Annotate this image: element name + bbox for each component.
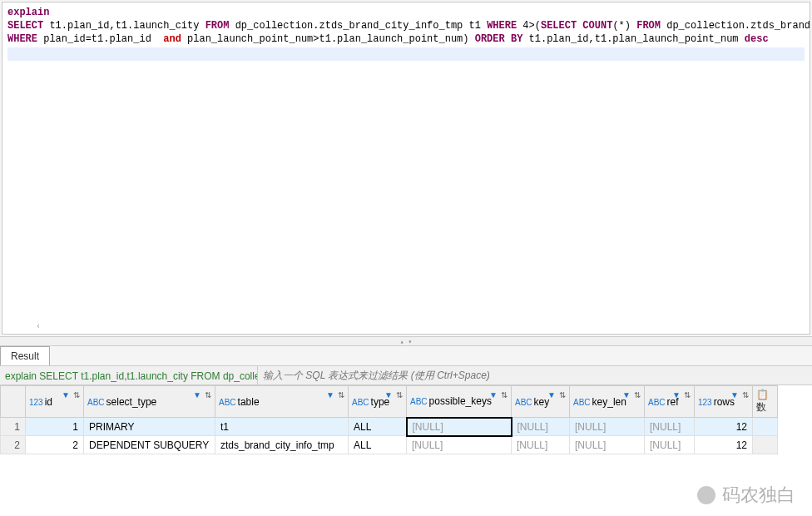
grid-icon: 📋: [756, 389, 769, 400]
col-id[interactable]: 123id▼⇅: [26, 386, 84, 418]
sort-icon[interactable]: ⇅: [338, 390, 344, 399]
text-type-icon: ABC: [219, 398, 236, 407]
kw-from: FROM: [205, 20, 230, 32]
kw-select: SELECT: [7, 20, 43, 32]
filter-icon[interactable]: ▼: [730, 390, 739, 399]
row-number: 1: [1, 418, 26, 436]
cell-select-type[interactable]: PRIMARY: [84, 418, 215, 436]
op-and: and: [163, 33, 181, 45]
watermark-text: 码农独白: [722, 483, 795, 508]
cell-id[interactable]: 2: [26, 436, 84, 454]
sort-icon[interactable]: ⇅: [396, 390, 403, 399]
cell-rows[interactable]: 12: [695, 436, 753, 454]
scroll-indicator: ‹: [36, 321, 41, 330]
sort-icon[interactable]: ⇅: [73, 390, 80, 399]
filter-icon[interactable]: ▼: [193, 390, 201, 399]
text-type-icon: ABC: [648, 398, 666, 407]
filter-bar: explain SELECT t1.plan_id,t1.launch_city…: [0, 365, 812, 385]
row-number: 2: [1, 436, 26, 454]
text-type-icon: ABC: [410, 397, 428, 406]
filter-icon[interactable]: ▼: [326, 390, 334, 399]
sort-icon[interactable]: ⇅: [684, 390, 691, 399]
col-table[interactable]: ABCtable▼⇅: [215, 386, 349, 418]
cell-type[interactable]: ALL: [349, 418, 407, 436]
cell-table[interactable]: ztds_brand_city_info_tmp: [215, 436, 349, 454]
sql-code-content: explain SELECT t1.plan_id,t1.launch_city…: [2, 2, 810, 64]
cell-key[interactable]: [NULL]: [512, 418, 570, 436]
cell-key-len[interactable]: [NULL]: [570, 418, 645, 436]
filter-icon[interactable]: ▼: [672, 390, 681, 399]
cell-select-type[interactable]: DEPENDENT SUBQUERY: [84, 436, 215, 454]
cell-table[interactable]: t1: [215, 418, 349, 436]
cell-type[interactable]: ALL: [349, 436, 407, 454]
sort-icon[interactable]: ⇅: [205, 390, 211, 399]
cell-possible-keys[interactable]: [NULL]: [407, 436, 512, 454]
cell-ref[interactable]: [NULL]: [645, 418, 695, 436]
sql-editor[interactable]: explain SELECT t1.plan_id,t1.launch_city…: [2, 2, 810, 335]
num-type-icon: 123: [698, 398, 712, 407]
sort-icon[interactable]: ⇅: [501, 390, 508, 399]
cell-key-len[interactable]: [NULL]: [570, 436, 645, 454]
text-type-icon: ABC: [87, 398, 105, 407]
col-possible-keys[interactable]: ABCpossible_keys▼⇅: [407, 386, 512, 418]
col-rows[interactable]: 123rows▼⇅: [695, 386, 753, 418]
cell-possible-keys[interactable]: [NULL]: [407, 418, 512, 436]
sort-icon[interactable]: ⇅: [559, 390, 566, 399]
cell-ref[interactable]: [NULL]: [645, 436, 695, 454]
sort-icon[interactable]: ⇅: [634, 390, 641, 399]
rownum-header: [1, 386, 26, 418]
kw-desc: desc: [745, 33, 769, 45]
cell-key[interactable]: [NULL]: [512, 436, 570, 454]
filter-icon[interactable]: ▼: [384, 390, 393, 399]
table-row[interactable]: 1 1 PRIMARY t1 ALL [NULL] [NULL] [NULL] …: [1, 418, 778, 436]
table-row[interactable]: 2 2 DEPENDENT SUBQUERY ztds_brand_city_i…: [1, 436, 778, 454]
watermark: 码农独白: [697, 483, 795, 508]
col-type[interactable]: ABCtype▼⇅: [349, 386, 407, 418]
text-type-icon: ABC: [515, 398, 532, 407]
kw-explain: explain: [7, 7, 49, 18]
cell-rows[interactable]: 12: [695, 418, 753, 436]
filter-icon[interactable]: ▼: [62, 390, 70, 399]
sort-icon[interactable]: ⇅: [742, 390, 749, 399]
cell-extra[interactable]: [753, 436, 778, 454]
result-tab[interactable]: Result: [0, 346, 50, 365]
cell-extra[interactable]: [753, 418, 778, 436]
col-key-len[interactable]: ABCkey_len▼⇅: [570, 386, 645, 418]
filter-input[interactable]: [258, 366, 812, 385]
panel-divider[interactable]: ▴ ▾: [0, 336, 812, 346]
wechat-icon: [697, 486, 715, 504]
num-type-icon: 123: [29, 398, 43, 407]
col-key[interactable]: ABCkey▼⇅: [512, 386, 570, 418]
filter-icon[interactable]: ▼: [547, 390, 556, 399]
col-ref[interactable]: ABCref▼⇅: [645, 386, 695, 418]
text-type-icon: ABC: [573, 398, 591, 407]
result-grid[interactable]: 123id▼⇅ ABCselect_type▼⇅ ABCtable▼⇅ ABCt…: [0, 385, 812, 516]
cell-id[interactable]: 1: [26, 418, 84, 436]
result-table: 123id▼⇅ ABCselect_type▼⇅ ABCtable▼⇅ ABCt…: [0, 385, 778, 454]
col-extra[interactable]: 📋数: [753, 386, 778, 418]
kw-where: WHERE: [487, 20, 517, 32]
kw-where2: WHERE: [7, 33, 37, 45]
col-select-type[interactable]: ABCselect_type▼⇅: [84, 386, 215, 418]
filter-icon[interactable]: ▼: [622, 390, 631, 399]
kw-orderby: ORDER BY: [475, 33, 523, 45]
cursor-line: [7, 47, 805, 61]
filter-icon[interactable]: ▼: [489, 390, 498, 399]
text-type-icon: ABC: [352, 398, 369, 407]
query-summary-label: explain SELECT t1.plan_id,t1.launch_city…: [0, 366, 258, 385]
header-row: 123id▼⇅ ABCselect_type▼⇅ ABCtable▼⇅ ABCt…: [1, 386, 778, 418]
